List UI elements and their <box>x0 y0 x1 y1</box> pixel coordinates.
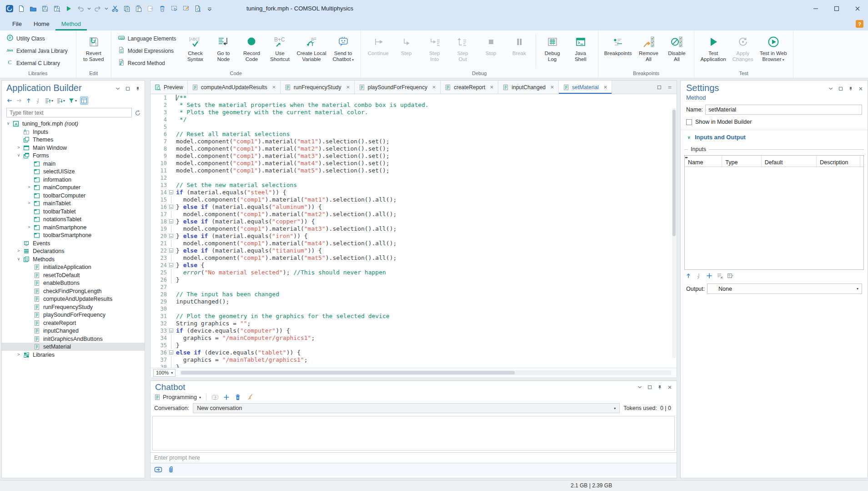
tree-item-enablebuttons[interactable]: enableButtons <box>2 279 145 287</box>
collapse-ribbon-icon[interactable] <box>204 3 216 14</box>
collapse-all-icon[interactable]: ▾ <box>56 97 65 104</box>
run-icon[interactable] <box>63 3 75 14</box>
show-in-model-builder-checkbox[interactable] <box>686 119 692 125</box>
tree-item-information[interactable]: information <box>2 176 145 184</box>
name-field[interactable] <box>705 105 862 115</box>
ribbon-button-breakpoints[interactable]: Breakpoints <box>602 33 635 57</box>
tree-item-setmaterial[interactable]: setMaterial <box>2 343 145 351</box>
close-icon[interactable] <box>272 85 276 90</box>
tree-item-libraries[interactable]: >Libraries <box>2 351 145 359</box>
fold-collapse-icon[interactable]: − <box>169 219 173 223</box>
ribbon-button-test-application[interactable]: TestApplication <box>697 33 728 63</box>
horizontal-scrollbar[interactable] <box>180 370 671 375</box>
tree-item-toolbartablet[interactable]: toolbarTablet <box>2 208 145 216</box>
filter-input[interactable] <box>6 108 132 117</box>
editor-tab-inputchanged[interactable]: inputChanged <box>498 81 559 94</box>
app-builder-pin-icon[interactable] <box>135 86 141 92</box>
send-icon[interactable] <box>154 466 162 474</box>
cut-icon[interactable] <box>109 3 121 14</box>
editor-tab-runfrequencystudy[interactable]: runFrequencyStudy <box>281 81 355 94</box>
expand-all-icon[interactable]: ▾ <box>45 97 53 104</box>
fold-margin[interactable]: − <box>167 218 176 225</box>
fold-margin[interactable]: − <box>167 262 176 269</box>
tree-item-maintablet[interactable]: >mainTablet <box>2 199 145 208</box>
undo-icon[interactable] <box>75 3 86 14</box>
close-icon[interactable] <box>603 85 607 90</box>
ribbon-button-disable-all[interactable]: DisableAll <box>662 33 691 63</box>
ribbon-button-external-java-library[interactable]: JavaExternal Java Library <box>3 45 71 56</box>
redo-icon[interactable] <box>92 3 104 14</box>
ribbon-button-external-c-library[interactable]: CExternal C Library <box>3 57 71 69</box>
settings-float-icon[interactable] <box>838 86 844 92</box>
copy-icon[interactable] <box>121 3 133 14</box>
tree-item-forms[interactable]: ∨Forms <box>2 152 145 160</box>
fold-margin[interactable]: − <box>167 189 176 196</box>
tree-item-events[interactable]: Events <box>2 239 145 248</box>
fold-collapse-icon[interactable]: − <box>169 329 173 333</box>
refresh-icon[interactable] <box>135 110 141 116</box>
code-editor[interactable]: 1/**2 * Sets the material properties whe… <box>151 94 677 368</box>
ribbon-button-send-to-chatbot[interactable]: Send toChatbot ▾ <box>329 33 357 63</box>
nav-forward-icon[interactable] <box>16 97 22 104</box>
close-icon[interactable] <box>346 85 350 90</box>
fold-margin[interactable]: − <box>167 233 176 240</box>
editor-float-icon[interactable] <box>656 84 662 91</box>
tree-item-resettodefault[interactable]: resetToDefault <box>2 271 145 279</box>
editor-tab-computeandupdateresults[interactable]: computeAndUpdateResults <box>188 81 281 94</box>
tree-item-initgraphicsandbuttons[interactable]: initGraphicsAndButtons <box>2 335 145 343</box>
tree-item-mainsmartphone[interactable]: >mainSmartphone <box>2 223 145 232</box>
toggle-editor-tools-icon[interactable] <box>80 96 88 105</box>
collapse-arrow-icon[interactable]: ∨ <box>16 153 21 157</box>
fold-margin[interactable]: − <box>167 349 176 356</box>
tree-item-inputchanged[interactable]: inputChanged <box>2 327 145 335</box>
ribbon-button-debug-log[interactable]: DebugLog <box>538 33 567 63</box>
horizontal-scrollbar-thumb[interactable] <box>181 371 515 375</box>
open-folder-icon[interactable] <box>27 3 39 14</box>
tree-item-playsoundforfrequency[interactable]: playSoundForFrequency <box>2 311 145 319</box>
editor-tab-playsoundforfrequency[interactable]: playSoundForFrequency <box>355 81 441 94</box>
clear-frame-icon[interactable] <box>180 3 192 14</box>
fold-collapse-icon[interactable]: − <box>169 190 173 194</box>
ribbon-button-record-method[interactable]: Record Method <box>115 57 180 69</box>
ribbon-button-java-shell[interactable]: JavaShell <box>567 33 595 63</box>
select-frame-icon[interactable] <box>168 3 180 14</box>
collapse-arrow-icon[interactable]: ∨ <box>5 121 11 126</box>
ribbon-button-use-shortcut[interactable]: B+CUseShortcut <box>266 33 294 63</box>
maximize-button[interactable] <box>826 0 847 17</box>
ribbon-button-revert-to-saved[interactable]: Revertto Saved <box>80 33 108 63</box>
move-up-icon[interactable] <box>25 97 32 104</box>
expand-arrow-icon[interactable]: > <box>16 248 21 253</box>
tree-item-initializeapplication[interactable]: initializeApplication <box>2 263 145 271</box>
tree-item-runfrequencystudy[interactable]: runFrequencyStudy <box>2 303 145 311</box>
chatbot-close-icon[interactable] <box>667 384 673 390</box>
add-icon[interactable] <box>223 394 230 400</box>
close-icon[interactable] <box>490 85 494 90</box>
tree-item-methods[interactable]: ∨Methods <box>2 255 145 263</box>
fold-collapse-icon[interactable]: − <box>169 263 173 267</box>
menu-tab-home[interactable]: Home <box>28 18 55 30</box>
table-header-un[interactable]: Un <box>860 156 863 167</box>
tree-item-tuning-fork-mph[interactable]: ∨Atuning_fork.mph (root) <box>2 120 145 128</box>
table-header-name[interactable]: Name <box>685 156 722 167</box>
minimize-button[interactable] <box>805 0 826 17</box>
tree-item-main-window[interactable]: >Main Window <box>2 144 145 152</box>
nav-back-icon[interactable] <box>6 97 13 104</box>
vertical-scrollbar[interactable] <box>672 108 676 358</box>
expand-arrow-icon[interactable]: > <box>26 201 32 205</box>
tree-item-toolbarcomputer[interactable]: toolbarComputer <box>2 192 145 200</box>
vertical-scrollbar-thumb[interactable] <box>672 110 676 236</box>
move-up-icon[interactable] <box>685 273 692 279</box>
find-doc-icon[interactable] <box>192 3 204 14</box>
ribbon-button-utility-class[interactable]: Utility Class <box>3 33 71 44</box>
close-button[interactable] <box>847 0 868 17</box>
collapse-arrow-icon[interactable]: ∨ <box>16 257 21 261</box>
ribbon-button-language-elements[interactable]: ABCLanguage Elements <box>115 33 180 44</box>
new-file-icon[interactable] <box>15 3 27 14</box>
fold-collapse-icon[interactable]: − <box>169 205 173 209</box>
menu-tab-file[interactable]: File <box>6 18 28 30</box>
delete-row-icon[interactable] <box>717 273 723 279</box>
ribbon-button-model-expressions[interactable]: a=Model Expressions <box>115 45 180 56</box>
paste-icon[interactable] <box>133 3 145 14</box>
editor-tab-preview[interactable]: Preview <box>151 81 188 94</box>
editor-tab-createreport[interactable]: createReport <box>441 81 498 94</box>
